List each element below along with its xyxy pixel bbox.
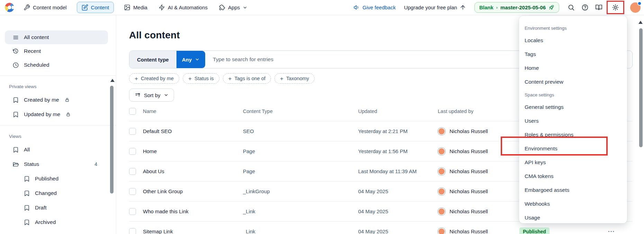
history-icon: [12, 48, 19, 55]
upgrade-plan-button[interactable]: Upgrade your free plan: [404, 4, 466, 11]
user-avatar: [438, 168, 445, 175]
menu-section-header: Environment settings: [519, 22, 627, 34]
entry-updated: 04 May 2025: [358, 208, 438, 214]
chevron-down-icon: [195, 57, 200, 62]
clock-icon: [12, 62, 19, 68]
entry-name: Sitemap Link: [143, 228, 243, 234]
tab-content-model-label: Content model: [33, 4, 67, 10]
row-checkbox[interactable]: [129, 148, 136, 155]
menu-item-cma-tokens[interactable]: CMA tokens: [519, 169, 627, 183]
tab-media[interactable]: Media: [123, 2, 148, 13]
sidebar-item-scheduled[interactable]: Scheduled: [0, 58, 116, 72]
menu-item-general-settings[interactable]: General settings: [519, 100, 627, 114]
entry-content-type: _Link: [243, 228, 358, 234]
tab-content-model[interactable]: Content model: [22, 2, 68, 13]
sidebar-item-published[interactable]: Published: [0, 171, 116, 186]
views-sidebar: All contentRecentScheduledPrivate viewsC…: [0, 15, 116, 234]
tab-apps[interactable]: Apps: [218, 2, 248, 13]
sidebar-item-all[interactable]: All: [0, 142, 116, 157]
nav-icon-buttons: [568, 4, 622, 11]
environment-badge[interactable]: Blank › master-2025-05-06: [474, 2, 559, 13]
bookmark-icon: [12, 97, 19, 103]
page-scroll-up-arrow[interactable]: [638, 21, 643, 24]
user-name: Nicholas Russell: [450, 148, 488, 154]
sidebar-item-label: Recent: [24, 48, 41, 54]
tab-ai-automations[interactable]: AI & Automations: [157, 2, 209, 13]
sidebar-section-0: Created by meUpdated by me: [0, 93, 116, 122]
content-type-filter-label: Content type: [129, 51, 176, 68]
menu-item-home[interactable]: Home: [519, 61, 627, 75]
sidebar-item-archived[interactable]: Archived: [0, 215, 116, 230]
sidebar-item-label: Scheduled: [24, 62, 49, 68]
main-nav-tabs: Content modelContentMediaAI & Automation…: [22, 2, 248, 13]
sidebar-item-changed[interactable]: Changed: [0, 186, 116, 200]
sidebar-scroll-up-arrow[interactable]: [110, 79, 115, 82]
menu-item-usage[interactable]: Usage: [519, 211, 627, 225]
page-scrollbar[interactable]: [639, 28, 643, 147]
settings-button[interactable]: [607, 1, 624, 14]
entry-content-type: Page: [243, 148, 358, 154]
column-header-name: Name: [143, 109, 243, 114]
sidebar-item-draft[interactable]: Draft: [0, 200, 116, 215]
user-name: Nicholas Russell: [450, 208, 488, 214]
menu-item-roles-permissions[interactable]: Roles & permissions: [519, 128, 627, 142]
tab-content[interactable]: Content: [77, 2, 114, 13]
menu-item-embargoed-assets[interactable]: Embargoed assets: [519, 183, 627, 197]
menu-item-tags[interactable]: Tags: [519, 47, 627, 61]
give-feedback-label: Give feedback: [363, 4, 396, 10]
space-name: Blank: [479, 4, 493, 10]
lightning-icon: [158, 4, 165, 11]
row-checkbox[interactable]: [129, 168, 136, 175]
search-button[interactable]: [568, 4, 575, 11]
plus-icon: +: [280, 76, 283, 82]
filter-pill-status-is[interactable]: +Status is: [183, 73, 219, 84]
sidebar-item-label: All content: [24, 34, 49, 40]
chevron-right-icon: ›: [496, 5, 498, 10]
sidebar-item-all-content[interactable]: All content: [5, 30, 108, 44]
plus-icon: +: [135, 76, 138, 82]
select-all-checkbox[interactable]: [129, 108, 136, 115]
plus-icon: +: [228, 76, 232, 82]
sidebar-section-label: Private views: [0, 79, 116, 93]
user-avatar[interactable]: [630, 2, 641, 13]
docs-button[interactable]: [595, 4, 602, 11]
menu-item-content-preview[interactable]: Content preview: [519, 75, 627, 89]
sidebar-item-created-by-me[interactable]: Created by me: [0, 93, 116, 107]
sidebar-item-recent[interactable]: Recent: [0, 44, 116, 58]
contentful-logo[interactable]: [5, 3, 14, 12]
sort-by-button[interactable]: Sort by: [129, 88, 174, 102]
filter-pill-taxonomy[interactable]: +Taxonomy: [274, 73, 315, 84]
user-avatar: [438, 188, 445, 195]
filter-pill-label: Created by me: [141, 76, 174, 81]
chevron-down-icon: [243, 5, 247, 10]
lock-icon: [66, 112, 71, 117]
menu-item-webhooks[interactable]: Webhooks: [519, 197, 627, 211]
sidebar-item-status[interactable]: Status4: [0, 157, 116, 171]
give-feedback-button[interactable]: Give feedback: [353, 4, 396, 11]
filter-pill-label: Taxonomy: [286, 76, 309, 81]
user-name: Nicholas Russell: [450, 228, 488, 234]
menu-item-users[interactable]: Users: [519, 114, 627, 128]
help-button[interactable]: [581, 4, 589, 11]
filter-pill-label: Tags is one of: [235, 76, 265, 81]
bookmark-icon: [24, 219, 30, 226]
filter-pill-tags-is-one-of[interactable]: +Tags is one of: [223, 73, 271, 84]
row-checkbox[interactable]: [129, 228, 136, 234]
menu-item-api-keys[interactable]: API keys: [519, 156, 627, 169]
more-actions-button[interactable]: ···: [608, 228, 615, 234]
row-checkbox[interactable]: [129, 128, 136, 135]
sidebar-item-updated-by-me[interactable]: Updated by me: [0, 107, 116, 122]
filter-pill-created-by-me[interactable]: +Created by me: [129, 73, 179, 84]
arrow-up-icon: [460, 4, 466, 11]
sort-icon: [135, 92, 141, 98]
sidebar-scrollbar[interactable]: [110, 86, 114, 194]
row-checkbox[interactable]: [129, 188, 136, 195]
menu-item-locales[interactable]: Locales: [519, 34, 627, 47]
content-type-filter-value[interactable]: Any: [176, 51, 205, 68]
row-checkbox[interactable]: [129, 208, 136, 215]
menu-item-environments[interactable]: Environments: [519, 142, 627, 156]
gear-icon: [612, 4, 619, 11]
upgrade-plan-label: Upgrade your free plan: [404, 4, 457, 10]
entry-content-type: SEO: [243, 128, 358, 134]
sidebar-item-count: 4: [94, 161, 111, 167]
